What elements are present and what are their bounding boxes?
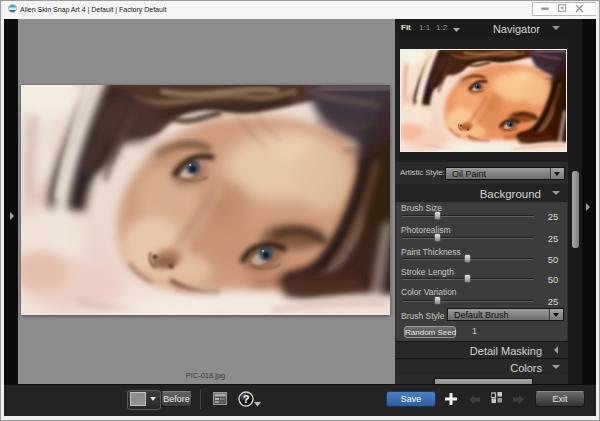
svg-text:?: ? (243, 393, 250, 405)
